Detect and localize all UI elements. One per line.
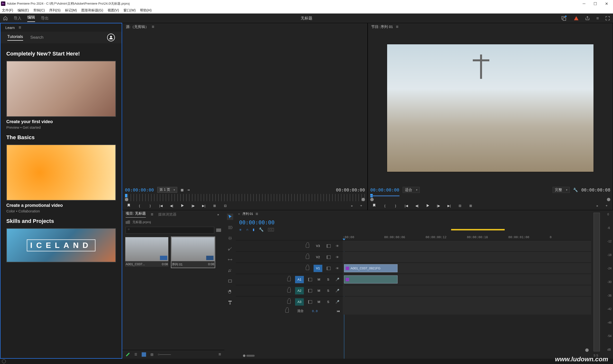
step-back-button[interactable]: ◀| bbox=[414, 203, 420, 208]
program-timecode-in[interactable]: 00:00:00:00 bbox=[370, 187, 399, 193]
expand-mix-icon[interactable]: ⏮ bbox=[337, 309, 340, 313]
freeform-view-icon[interactable]: ▧ bbox=[150, 352, 153, 356]
close-sequence-icon[interactable]: × bbox=[238, 212, 240, 216]
program-video-area[interactable] bbox=[368, 30, 613, 186]
bin-sequence-item[interactable]: 序列 010:08 bbox=[171, 237, 215, 268]
go-to-in-button[interactable]: |◀ bbox=[403, 203, 409, 208]
timeline-ruler[interactable]: :00:00 00:00:00:06 00:00:00:12 00:00:00:… bbox=[343, 234, 591, 240]
menu-window[interactable]: 窗口(W) bbox=[123, 8, 136, 13]
toggle-output-icon[interactable] bbox=[335, 244, 340, 248]
overflow-icon[interactable]: » bbox=[215, 211, 221, 217]
tutorial-card-iceland[interactable]: ICELAND bbox=[6, 228, 116, 262]
project-tab-menu-icon[interactable] bbox=[151, 212, 153, 217]
source-patch-icon[interactable] bbox=[308, 300, 312, 304]
track-label-v2[interactable]: V2 bbox=[314, 254, 322, 261]
overwrite-button[interactable]: ⊡ bbox=[222, 203, 228, 208]
workspace-import[interactable]: 导入 bbox=[14, 16, 21, 21]
source-ruler[interactable] bbox=[125, 194, 365, 201]
razor-tool[interactable] bbox=[227, 246, 233, 252]
workspace-edit[interactable]: 编辑 bbox=[27, 15, 35, 22]
hscroll-bar[interactable] bbox=[243, 354, 589, 357]
lock-icon[interactable] bbox=[287, 300, 291, 304]
solo-button[interactable]: S bbox=[326, 288, 331, 293]
source-link-icon[interactable]: ⇥ bbox=[187, 188, 190, 192]
add-marker-button[interactable] bbox=[126, 203, 132, 208]
voice-over-icon[interactable]: 🎤 bbox=[335, 299, 340, 304]
captions-icon[interactable]: CC bbox=[268, 228, 274, 231]
mark-in-button[interactable]: { bbox=[137, 203, 142, 208]
home-icon[interactable] bbox=[3, 16, 8, 21]
track-label-a1[interactable]: A1 bbox=[295, 276, 304, 283]
source-tab[interactable]: 源:（无剪辑） bbox=[126, 25, 149, 29]
linked-selection-icon[interactable]: ∩ bbox=[246, 228, 248, 231]
program-ruler[interactable] bbox=[370, 194, 610, 201]
learn-tab-tutorials[interactable]: Tutorials bbox=[7, 34, 23, 41]
video-clip[interactable]: A001_C037_0921FG bbox=[344, 264, 398, 272]
learn-tab-search[interactable]: Search bbox=[30, 35, 44, 40]
lock-icon[interactable] bbox=[306, 256, 309, 259]
toggle-output-icon[interactable] bbox=[335, 255, 340, 260]
work-area-bar[interactable] bbox=[451, 229, 505, 230]
more-transport-icon[interactable]: » bbox=[594, 203, 600, 208]
go-to-out-button[interactable]: ▶| bbox=[446, 203, 452, 208]
share-icon[interactable] bbox=[585, 16, 590, 21]
mark-out-button[interactable]: } bbox=[393, 203, 399, 208]
menu-graphics[interactable]: 图形和标题(G) bbox=[81, 8, 103, 13]
add-marker-button[interactable] bbox=[371, 203, 377, 208]
close-button[interactable]: ✕ bbox=[601, 0, 612, 7]
new-bin-icon[interactable] bbox=[216, 228, 221, 232]
vscroll-handle[interactable] bbox=[585, 349, 589, 352]
source-grid-icon[interactable]: ▦ bbox=[181, 188, 184, 192]
track-label-a3[interactable]: A3 bbox=[295, 298, 304, 306]
go-to-out-button[interactable]: ▶| bbox=[201, 203, 207, 208]
source-patch-icon[interactable] bbox=[308, 278, 312, 281]
media-browser-tab[interactable]: 媒体浏览器 bbox=[158, 212, 176, 217]
menu-sequence[interactable]: 序列(S) bbox=[49, 8, 61, 13]
lift-button[interactable]: ⊟ bbox=[457, 203, 463, 208]
fullscreen-icon[interactable] bbox=[605, 16, 610, 21]
source-panel-menu-icon[interactable] bbox=[152, 24, 154, 29]
list-view-icon[interactable]: ☰ bbox=[134, 352, 137, 356]
add-marker-icon[interactable]: ▮ bbox=[253, 228, 254, 231]
menu-file[interactable]: 文件(F) bbox=[2, 8, 13, 13]
creative-cloud-icon[interactable] bbox=[2, 359, 6, 363]
lock-icon[interactable] bbox=[285, 309, 289, 313]
menu-edit[interactable]: 编辑(E) bbox=[17, 8, 29, 13]
track-label-v3[interactable]: V3 bbox=[314, 242, 322, 250]
mute-button[interactable]: M bbox=[317, 288, 321, 293]
source-timecode-in[interactable]: 00:00:00:00 bbox=[125, 187, 154, 193]
mark-in-button[interactable]: { bbox=[382, 203, 388, 208]
mute-button[interactable]: M bbox=[317, 299, 321, 304]
timeline-tab-menu-icon[interactable] bbox=[256, 211, 258, 217]
menu-marker[interactable]: 标记(M) bbox=[65, 8, 77, 13]
more-transport-icon[interactable]: » bbox=[349, 203, 355, 208]
insert-button[interactable]: ⊞ bbox=[212, 203, 217, 208]
user-avatar-icon[interactable] bbox=[107, 34, 115, 41]
snap-icon[interactable]: ⚹ bbox=[239, 228, 242, 232]
type-tool[interactable] bbox=[227, 299, 233, 306]
workspace-menu-icon[interactable] bbox=[596, 16, 599, 21]
mark-out-button[interactable]: } bbox=[147, 203, 153, 208]
menu-clip[interactable]: 剪辑(C) bbox=[33, 8, 45, 13]
workspace-export[interactable]: 导出 bbox=[41, 16, 49, 21]
step-back-button[interactable]: ◀| bbox=[169, 203, 174, 208]
step-forward-button[interactable]: |▶ bbox=[190, 203, 196, 208]
ripple-edit-tool[interactable] bbox=[227, 235, 233, 241]
program-zoom-select[interactable]: 适合 bbox=[403, 187, 420, 193]
zoom-slider[interactable]: ○───── bbox=[158, 352, 171, 356]
toggle-output-icon[interactable] bbox=[335, 266, 340, 271]
lock-icon[interactable] bbox=[306, 267, 309, 270]
source-video-area[interactable] bbox=[122, 30, 367, 186]
play-button[interactable] bbox=[179, 203, 185, 208]
slip-tool[interactable] bbox=[227, 257, 233, 263]
voice-over-icon[interactable]: 🎤 bbox=[335, 277, 340, 282]
project-footer-menu-icon[interactable] bbox=[218, 352, 221, 357]
sequence-tab[interactable]: 序列 01 bbox=[242, 212, 253, 216]
lock-icon[interactable] bbox=[306, 244, 309, 248]
track-select-tool[interactable] bbox=[227, 224, 233, 231]
program-tab[interactable]: 节目: 序列 01 bbox=[371, 25, 393, 29]
source-patch-icon[interactable] bbox=[327, 267, 331, 270]
lock-icon[interactable] bbox=[287, 289, 291, 292]
extract-button[interactable]: ⊞ bbox=[468, 203, 474, 208]
writable-indicator-icon[interactable] bbox=[126, 352, 130, 356]
